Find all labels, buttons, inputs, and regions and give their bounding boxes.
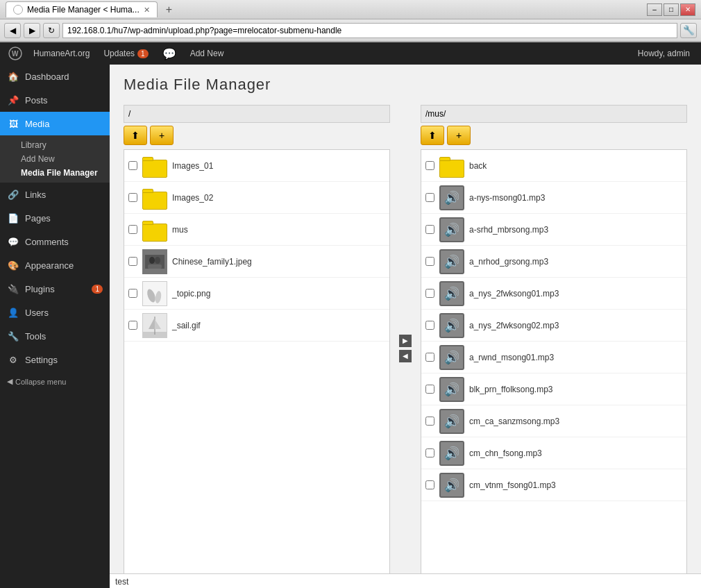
- left-item-check-2[interactable]: [128, 225, 137, 234]
- right-item-name-9: cm_chn_fsong.mp3: [469, 448, 542, 458]
- right-item-check-4[interactable]: [425, 289, 434, 298]
- list-item[interactable]: 🔊 a-nys-msong01.mp3: [421, 182, 686, 214]
- left-item-check-4[interactable]: [128, 289, 137, 298]
- close-button[interactable]: ✕: [680, 3, 695, 16]
- right-item-check-6[interactable]: [425, 353, 434, 362]
- list-item[interactable]: 🔊 blk_prn_ffolksong.mp3: [421, 373, 686, 405]
- sidebar-item-plugins[interactable]: 🔌 Plugins 1: [0, 277, 110, 301]
- title-bar: Media File Manager < Huma... ✕ + – □ ✕: [0, 0, 701, 19]
- minimize-button[interactable]: –: [647, 3, 662, 16]
- list-item[interactable]: 🔊 a_rwnd_msong01.mp3: [421, 342, 686, 373]
- right-pane-toolbar: ⬆ +: [421, 126, 687, 145]
- sidebar-item-media[interactable]: 🖼 Media: [0, 112, 110, 135]
- sidebar-item-tools[interactable]: 🔧 Tools: [0, 324, 110, 348]
- list-item[interactable]: 🔊 cm_chn_fsong.mp3: [421, 437, 686, 469]
- left-upload-btn[interactable]: ⬆: [124, 126, 147, 145]
- left-item-check-3[interactable]: [128, 257, 137, 266]
- right-item-check-1[interactable]: [425, 193, 434, 202]
- list-item[interactable]: 🔊 a_nys_2fwksong01.mp3: [421, 278, 686, 310]
- pin-icon: 📌: [7, 94, 19, 106]
- sidebar-item-users[interactable]: 👤 Users: [0, 301, 110, 324]
- admin-bar-site[interactable]: HumaneArt.org: [26, 42, 96, 65]
- right-pane-path[interactable]: [421, 105, 687, 123]
- right-new-folder-btn[interactable]: +: [447, 126, 471, 145]
- left-item-check-5[interactable]: [128, 321, 137, 330]
- list-item[interactable]: _sail.gif: [124, 310, 389, 342]
- sidebar-sub-add-new[interactable]: Add New: [14, 152, 110, 166]
- folder-icon-images01: [142, 153, 168, 179]
- sidebar-item-links[interactable]: 🔗 Links: [0, 183, 110, 206]
- right-item-check-3[interactable]: [425, 257, 434, 266]
- url-bar[interactable]: [62, 23, 677, 38]
- list-item[interactable]: Images_02: [124, 182, 389, 214]
- list-item[interactable]: back: [421, 150, 686, 182]
- sidebar-item-comments[interactable]: 💬 Comments: [0, 230, 110, 253]
- nav-tool-button[interactable]: 🔧: [680, 23, 697, 38]
- wp-logo[interactable]: W: [4, 42, 26, 65]
- list-item[interactable]: Images_01: [124, 150, 389, 182]
- left-new-folder-btn[interactable]: +: [150, 126, 174, 145]
- file-manager: ⬆ +: [124, 105, 687, 573]
- wp-sidebar: 🏠 Dashboard 📌 Posts 🖼 Media Library Add …: [0, 65, 110, 588]
- move-right-btn[interactable]: ▶: [399, 335, 412, 347]
- admin-bar-updates[interactable]: Updates 1: [96, 42, 155, 65]
- audio-icon-1: 🔊: [439, 185, 465, 211]
- right-upload-btn[interactable]: ⬆: [421, 126, 444, 145]
- left-item-name-2: mus: [172, 225, 188, 235]
- right-item-check-0[interactable]: [425, 161, 434, 170]
- svg-point-4: [149, 257, 155, 264]
- paint-icon: 🎨: [7, 259, 19, 271]
- left-item-name-4: _topic.png: [172, 289, 210, 299]
- nav-bar: ◀ ▶ ↻ 🔧: [0, 19, 701, 42]
- list-item[interactable]: 🔊 a-srhd_mbrsong.mp3: [421, 214, 686, 246]
- list-item[interactable]: _topic.png: [124, 278, 389, 310]
- list-item[interactable]: mus: [124, 214, 389, 246]
- right-item-name-0: back: [469, 161, 487, 171]
- left-pane-list: Images_01: [124, 150, 389, 573]
- maximize-button[interactable]: □: [664, 3, 679, 16]
- sidebar-item-settings[interactable]: ⚙ Settings: [0, 348, 110, 371]
- back-button[interactable]: ◀: [4, 23, 21, 38]
- right-item-check-5[interactable]: [425, 321, 434, 330]
- right-item-name-3: a_nrhod_grsong.mp3: [469, 257, 548, 267]
- tab-close-btn[interactable]: ✕: [144, 6, 150, 15]
- sidebar-item-appearance[interactable]: 🎨 Appearance: [0, 253, 110, 277]
- image-icon-chinese: [142, 249, 168, 275]
- list-item[interactable]: 🔊 a_nys_2fwksong02.mp3: [421, 310, 686, 342]
- list-item[interactable]: 🔊 cm_vtnm_fsong01.mp3: [421, 469, 686, 501]
- right-item-name-7: blk_prn_ffolksong.mp3: [469, 385, 553, 394]
- left-item-check-1[interactable]: [128, 193, 137, 202]
- sidebar-item-pages[interactable]: 📄 Pages: [0, 206, 110, 230]
- left-item-name-0: Images_01: [172, 161, 213, 171]
- admin-bar-comments[interactable]: 💬: [155, 42, 183, 65]
- list-item[interactable]: Chinese_family1.jpeg: [124, 246, 389, 278]
- audio-icon-10: 🔊: [439, 472, 465, 498]
- left-item-check-0[interactable]: [128, 161, 137, 170]
- reload-button[interactable]: ↻: [43, 23, 60, 38]
- new-tab-button[interactable]: +: [162, 2, 176, 17]
- list-item[interactable]: 🔊 cm_ca_sanzmsong.mp3: [421, 405, 686, 437]
- right-item-check-2[interactable]: [425, 225, 434, 234]
- comments-icon: 💬: [162, 47, 176, 60]
- list-item[interactable]: 🔊 a_nrhod_grsong.mp3: [421, 246, 686, 278]
- right-item-check-10[interactable]: [425, 480, 434, 489]
- right-item-check-8[interactable]: [425, 417, 434, 426]
- sidebar-item-posts[interactable]: 📌 Posts: [0, 88, 110, 112]
- wp-layout: 🏠 Dashboard 📌 Posts 🖼 Media Library Add …: [0, 65, 701, 588]
- audio-icon-9: 🔊: [439, 440, 465, 467]
- right-item-name-10: cm_vtnm_fsong01.mp3: [469, 480, 556, 490]
- sidebar-sub-library[interactable]: Library: [14, 138, 110, 152]
- right-item-name-2: a-srhd_mbrsong.mp3: [469, 225, 548, 235]
- sidebar-item-dashboard[interactable]: 🏠 Dashboard: [0, 65, 110, 88]
- sidebar-sub-media-file-manager[interactable]: Media File Manager: [14, 166, 110, 180]
- admin-bar-add-new[interactable]: Add New: [183, 42, 231, 65]
- collapse-menu-btn[interactable]: ◀ Collapse menu: [0, 371, 110, 392]
- right-item-check-9[interactable]: [425, 448, 434, 457]
- right-item-name-6: a_rwnd_msong01.mp3: [469, 353, 554, 362]
- collapse-arrow-icon: ◀: [7, 377, 12, 386]
- forward-button[interactable]: ▶: [24, 23, 40, 38]
- left-pane-path[interactable]: [124, 105, 390, 123]
- right-item-check-7[interactable]: [425, 385, 434, 394]
- browser-tab[interactable]: Media File Manager < Huma... ✕: [6, 1, 158, 17]
- move-left-btn[interactable]: ◀: [399, 350, 412, 362]
